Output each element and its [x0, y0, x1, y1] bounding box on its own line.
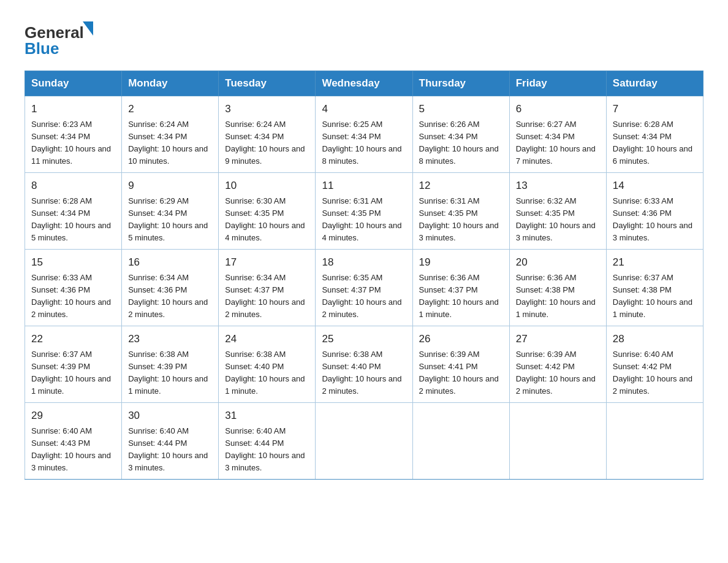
day-number: 7: [613, 101, 697, 117]
day-info: Sunrise: 6:36 AMSunset: 4:38 PMDaylight:…: [516, 272, 600, 321]
day-number: 15: [31, 255, 115, 270]
calendar-week-row: 1Sunrise: 6:23 AMSunset: 4:34 PMDaylight…: [25, 96, 703, 173]
day-number: 8: [31, 178, 115, 194]
day-number: 11: [322, 178, 406, 194]
calendar-cell: 20Sunrise: 6:36 AMSunset: 4:38 PMDayligh…: [509, 250, 606, 326]
day-number: 17: [225, 255, 309, 270]
weekday-header-friday: Friday: [509, 71, 606, 96]
day-number: 3: [225, 101, 309, 117]
calendar-cell: 10Sunrise: 6:30 AMSunset: 4:35 PMDayligh…: [219, 173, 316, 250]
day-number: 22: [31, 331, 115, 347]
calendar-cell: 23Sunrise: 6:38 AMSunset: 4:39 PMDayligh…: [122, 326, 219, 403]
day-info: Sunrise: 6:39 AMSunset: 4:42 PMDaylight:…: [516, 348, 600, 398]
calendar-cell: 9Sunrise: 6:29 AMSunset: 4:34 PMDaylight…: [122, 173, 219, 250]
calendar-cell: [412, 403, 509, 480]
calendar-week-row: 29Sunrise: 6:40 AMSunset: 4:43 PMDayligh…: [25, 403, 703, 480]
day-number: 25: [322, 331, 406, 347]
day-info: Sunrise: 6:31 AMSunset: 4:35 PMDaylight:…: [322, 195, 406, 245]
day-number: 29: [31, 408, 115, 424]
calendar-cell: 25Sunrise: 6:38 AMSunset: 4:40 PMDayligh…: [316, 326, 412, 403]
day-info: Sunrise: 6:29 AMSunset: 4:34 PMDaylight:…: [128, 195, 212, 245]
calendar-cell: 31Sunrise: 6:40 AMSunset: 4:44 PMDayligh…: [219, 403, 316, 480]
calendar-cell: [316, 403, 412, 480]
logo-svg: General Blue: [25, 18, 98, 58]
day-number: 12: [419, 178, 503, 194]
day-number: 24: [225, 331, 309, 347]
calendar-cell: 1Sunrise: 6:23 AMSunset: 4:34 PMDaylight…: [25, 96, 122, 173]
day-info: Sunrise: 6:40 AMSunset: 4:42 PMDaylight:…: [613, 348, 697, 398]
calendar-cell: 5Sunrise: 6:26 AMSunset: 4:34 PMDaylight…: [412, 96, 509, 173]
calendar-cell: 18Sunrise: 6:35 AMSunset: 4:37 PMDayligh…: [316, 250, 412, 326]
calendar-cell: [509, 403, 606, 480]
day-info: Sunrise: 6:31 AMSunset: 4:35 PMDaylight:…: [419, 195, 503, 245]
page-header: General Blue: [25, 18, 703, 58]
day-info: Sunrise: 6:38 AMSunset: 4:39 PMDaylight:…: [128, 348, 212, 398]
svg-marker-1: [83, 21, 93, 36]
calendar-cell: 3Sunrise: 6:24 AMSunset: 4:34 PMDaylight…: [219, 96, 316, 173]
day-number: 2: [128, 101, 212, 117]
day-info: Sunrise: 6:33 AMSunset: 4:36 PMDaylight:…: [31, 272, 115, 321]
day-number: 5: [419, 101, 503, 117]
day-number: 20: [516, 255, 600, 270]
calendar-cell: 17Sunrise: 6:34 AMSunset: 4:37 PMDayligh…: [219, 250, 316, 326]
day-info: Sunrise: 6:40 AMSunset: 4:43 PMDaylight:…: [31, 425, 115, 475]
day-number: 10: [225, 178, 309, 194]
day-number: 14: [613, 178, 697, 194]
calendar-cell: 12Sunrise: 6:31 AMSunset: 4:35 PMDayligh…: [412, 173, 509, 250]
weekday-header-thursday: Thursday: [412, 71, 509, 96]
calendar-week-row: 15Sunrise: 6:33 AMSunset: 4:36 PMDayligh…: [25, 250, 703, 326]
day-info: Sunrise: 6:38 AMSunset: 4:40 PMDaylight:…: [225, 348, 309, 398]
calendar-cell: 28Sunrise: 6:40 AMSunset: 4:42 PMDayligh…: [606, 326, 703, 403]
calendar-cell: 26Sunrise: 6:39 AMSunset: 4:41 PMDayligh…: [412, 326, 509, 403]
day-info: Sunrise: 6:35 AMSunset: 4:37 PMDaylight:…: [322, 272, 406, 321]
day-info: Sunrise: 6:30 AMSunset: 4:35 PMDaylight:…: [225, 195, 309, 245]
day-info: Sunrise: 6:39 AMSunset: 4:41 PMDaylight:…: [419, 348, 503, 398]
calendar-cell: 8Sunrise: 6:28 AMSunset: 4:34 PMDaylight…: [25, 173, 122, 250]
day-info: Sunrise: 6:24 AMSunset: 4:34 PMDaylight:…: [225, 118, 309, 168]
day-number: 31: [225, 408, 309, 424]
day-info: Sunrise: 6:26 AMSunset: 4:34 PMDaylight:…: [419, 118, 503, 168]
day-number: 26: [419, 331, 503, 347]
day-number: 4: [322, 101, 406, 117]
weekday-header-saturday: Saturday: [606, 71, 703, 96]
calendar-cell: 30Sunrise: 6:40 AMSunset: 4:44 PMDayligh…: [122, 403, 219, 480]
calendar-cell: 29Sunrise: 6:40 AMSunset: 4:43 PMDayligh…: [25, 403, 122, 480]
calendar-cell: 7Sunrise: 6:28 AMSunset: 4:34 PMDaylight…: [606, 96, 703, 173]
calendar-cell: 24Sunrise: 6:38 AMSunset: 4:40 PMDayligh…: [219, 326, 316, 403]
day-info: Sunrise: 6:38 AMSunset: 4:40 PMDaylight:…: [322, 348, 406, 398]
day-number: 28: [613, 331, 697, 347]
weekday-header-wednesday: Wednesday: [316, 71, 412, 96]
day-info: Sunrise: 6:28 AMSunset: 4:34 PMDaylight:…: [31, 195, 115, 245]
logo: General Blue: [25, 18, 98, 58]
day-info: Sunrise: 6:37 AMSunset: 4:38 PMDaylight:…: [613, 272, 697, 321]
calendar-cell: 4Sunrise: 6:25 AMSunset: 4:34 PMDaylight…: [316, 96, 412, 173]
weekday-header-row: SundayMondayTuesdayWednesdayThursdayFrid…: [25, 71, 703, 96]
calendar-cell: 19Sunrise: 6:36 AMSunset: 4:37 PMDayligh…: [412, 250, 509, 326]
day-number: 27: [516, 331, 600, 347]
calendar-cell: [606, 403, 703, 480]
day-number: 30: [128, 408, 212, 424]
calendar-cell: 15Sunrise: 6:33 AMSunset: 4:36 PMDayligh…: [25, 250, 122, 326]
day-number: 19: [419, 255, 503, 270]
calendar-week-row: 22Sunrise: 6:37 AMSunset: 4:39 PMDayligh…: [25, 326, 703, 403]
day-info: Sunrise: 6:32 AMSunset: 4:35 PMDaylight:…: [516, 195, 600, 245]
day-number: 23: [128, 331, 212, 347]
day-info: Sunrise: 6:40 AMSunset: 4:44 PMDaylight:…: [128, 425, 212, 475]
calendar-cell: 6Sunrise: 6:27 AMSunset: 4:34 PMDaylight…: [509, 96, 606, 173]
day-number: 13: [516, 178, 600, 194]
day-number: 21: [613, 255, 697, 270]
day-info: Sunrise: 6:25 AMSunset: 4:34 PMDaylight:…: [322, 118, 406, 168]
day-number: 18: [322, 255, 406, 270]
day-info: Sunrise: 6:34 AMSunset: 4:37 PMDaylight:…: [225, 272, 309, 321]
weekday-header-tuesday: Tuesday: [219, 71, 316, 96]
day-info: Sunrise: 6:37 AMSunset: 4:39 PMDaylight:…: [31, 348, 115, 398]
calendar-cell: 13Sunrise: 6:32 AMSunset: 4:35 PMDayligh…: [509, 173, 606, 250]
day-info: Sunrise: 6:27 AMSunset: 4:34 PMDaylight:…: [516, 118, 600, 168]
weekday-header-sunday: Sunday: [25, 71, 122, 96]
calendar-cell: 14Sunrise: 6:33 AMSunset: 4:36 PMDayligh…: [606, 173, 703, 250]
day-info: Sunrise: 6:23 AMSunset: 4:34 PMDaylight:…: [31, 118, 115, 168]
day-info: Sunrise: 6:40 AMSunset: 4:44 PMDaylight:…: [225, 425, 309, 475]
calendar-cell: 27Sunrise: 6:39 AMSunset: 4:42 PMDayligh…: [509, 326, 606, 403]
calendar-cell: 2Sunrise: 6:24 AMSunset: 4:34 PMDaylight…: [122, 96, 219, 173]
calendar-cell: 16Sunrise: 6:34 AMSunset: 4:36 PMDayligh…: [122, 250, 219, 326]
